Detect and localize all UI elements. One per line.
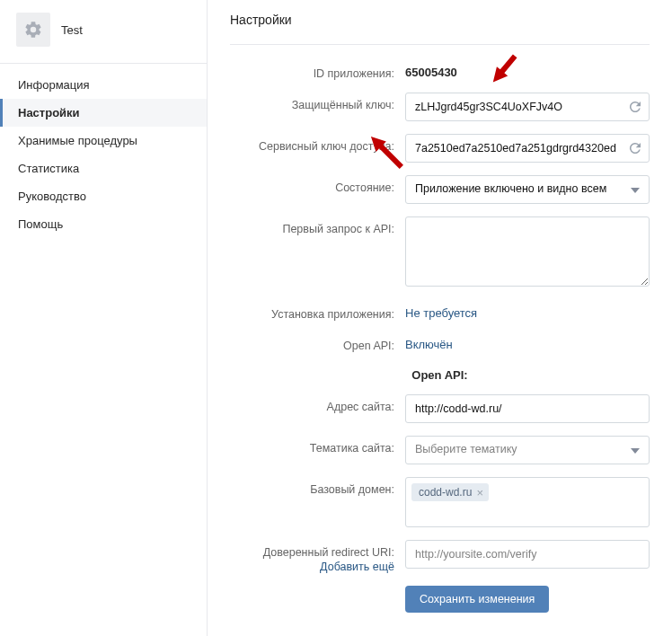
label-state: Состояние:: [230, 175, 405, 194]
sidebar: Test Информация Настройки Хранимые проце…: [0, 0, 208, 636]
value-install[interactable]: Не требуется: [405, 302, 650, 320]
theme-select[interactable]: Выберите тематику: [405, 436, 650, 464]
refresh-icon[interactable]: [627, 140, 643, 156]
label-app-id: ID приложения:: [230, 61, 405, 80]
save-button[interactable]: Сохранить изменения: [405, 586, 549, 613]
label-first-api: Первый запрос к API:: [230, 216, 405, 235]
label-redirect: Доверенный redirect URI: Добавить ещё: [230, 540, 405, 573]
open-api-heading: Open API:: [230, 368, 650, 382]
label-base-domain: Базовый домен:: [230, 477, 405, 496]
site-url-input[interactable]: [405, 394, 650, 423]
label-service-key: Сервисный ключ доступа:: [230, 134, 405, 153]
domain-tag: codd-wd.ru ×: [411, 483, 489, 501]
refresh-icon[interactable]: [627, 99, 643, 115]
sidebar-item-settings[interactable]: Настройки: [0, 99, 207, 127]
gear-icon: [23, 20, 43, 40]
service-key-input[interactable]: [405, 134, 650, 163]
app-icon-box: [16, 13, 50, 47]
add-more-link[interactable]: Добавить ещё: [230, 561, 394, 573]
value-open-api[interactable]: Включён: [405, 333, 650, 351]
label-theme: Тематика сайта:: [230, 436, 405, 455]
sidebar-header: Test: [0, 0, 207, 64]
label-install: Установка приложения:: [230, 302, 405, 321]
state-select[interactable]: Приложение включено и видно всем: [405, 175, 650, 204]
app-name: Test: [61, 23, 83, 37]
page-title: Настройки: [230, 13, 650, 45]
label-site-url: Адрес сайта:: [230, 394, 405, 413]
label-open-api: Open API:: [230, 333, 405, 352]
tag-remove-icon[interactable]: ×: [476, 487, 483, 499]
label-secret-key: Защищённый ключ:: [230, 93, 405, 111]
sidebar-item-info[interactable]: Информация: [0, 71, 207, 99]
main-content: Настройки ID приложения: 65005430 Защищё…: [208, 0, 672, 636]
first-api-textarea[interactable]: [405, 216, 650, 287]
sidebar-item-guide[interactable]: Руководство: [0, 182, 207, 210]
sidebar-item-statistics[interactable]: Статистика: [0, 155, 207, 182]
base-domain-field[interactable]: codd-wd.ru ×: [405, 477, 650, 527]
secret-key-input[interactable]: [405, 93, 650, 121]
sidebar-item-stored-procedures[interactable]: Хранимые процедуры: [0, 127, 207, 155]
redirect-uri-input[interactable]: [405, 540, 650, 569]
value-app-id: 65005430: [405, 61, 650, 79]
chevron-down-icon: [631, 188, 640, 193]
chevron-down-icon: [631, 448, 640, 454]
sidebar-item-help[interactable]: Помощь: [0, 210, 207, 238]
sidebar-menu: Информация Настройки Хранимые процедуры …: [0, 71, 207, 238]
